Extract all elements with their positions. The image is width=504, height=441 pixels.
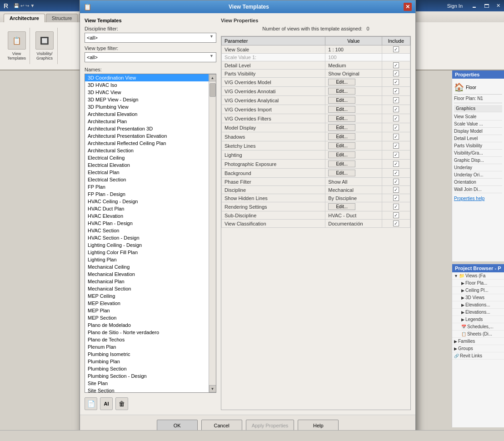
names-list-item[interactable]: Plumbing Section - Design [85, 372, 209, 380]
names-list-item[interactable]: MEP Plan [85, 307, 209, 314]
names-list-item[interactable]: 3D Plumbing View [85, 103, 209, 110]
tree-item-elevations2[interactable]: ▶ Elevations... [452, 309, 504, 316]
scroll-thumb[interactable] [210, 83, 216, 97]
include-checkbox[interactable] [393, 187, 399, 193]
edit-button[interactable]: Edit... [328, 133, 355, 140]
names-list-item[interactable]: Mechanical Section [85, 285, 209, 292]
edit-button[interactable]: Edit... [328, 151, 355, 158]
include-checkbox[interactable] [393, 152, 399, 158]
names-list-item[interactable]: Plano de Modelado [85, 321, 209, 329]
edit-button[interactable]: Edit... [328, 160, 355, 167]
names-list-item[interactable]: HVAC Section - Design [85, 234, 209, 241]
maximize-btn[interactable]: 🗖 [484, 3, 489, 9]
names-list-item[interactable]: Mechanical Ceiling [85, 263, 209, 271]
tree-item-revit-links[interactable]: 🔗 Revit Links [452, 352, 504, 360]
view-templates-icon[interactable]: 📋 [8, 31, 26, 50]
view-type-filter-select[interactable]: <all> [85, 52, 216, 62]
visibility-graphics-icon[interactable]: 🔲 [35, 31, 54, 50]
include-checkbox[interactable] [393, 195, 399, 201]
names-list-item[interactable]: Electrical Plan [85, 169, 209, 176]
tree-item-schedules[interactable]: 📅 Schedules,... [452, 323, 504, 331]
tree-item-sheets[interactable]: 📋 Sheets (Di... [452, 331, 504, 338]
names-list-item[interactable]: Mechanical Plan [85, 278, 209, 285]
names-list-item[interactable]: Architectural Reflected Ceiling Plan [85, 140, 209, 147]
tree-item-families[interactable]: ▶ Families [452, 338, 504, 345]
new-template-button[interactable]: 📄 [85, 397, 97, 410]
names-list-item[interactable]: MEP Elevation [85, 300, 209, 307]
names-list-item[interactable]: HVAC Ceiling - Design [85, 198, 209, 205]
names-list-item[interactable]: Electrical Elevation [85, 161, 209, 169]
include-checkbox[interactable] [393, 88, 399, 94]
tree-item-ceiling[interactable]: ▶ Ceiling Pl... [452, 287, 504, 294]
edit-button[interactable]: Edit... [328, 203, 355, 210]
names-list-item[interactable]: Electrical Section [85, 176, 209, 183]
names-list-item[interactable]: Electrical Ceiling [85, 154, 209, 161]
names-list-item[interactable]: Architectural Presentation 3D [85, 125, 209, 132]
names-list-item[interactable]: Plumbing Isometric [85, 351, 209, 358]
names-list-item[interactable]: Lighting Color Fill Plan [85, 249, 209, 256]
minimize-btn[interactable]: 🗕 [472, 3, 477, 9]
include-checkbox[interactable] [393, 170, 399, 176]
edit-button[interactable]: Edit... [328, 124, 355, 131]
include-checkbox[interactable] [393, 125, 399, 130]
tree-item-elevations1[interactable]: ▶ Elevations... [452, 301, 504, 309]
include-checkbox[interactable] [393, 115, 399, 121]
edit-button[interactable]: Edit... [328, 170, 355, 176]
dialog-close-button[interactable]: ✕ [404, 3, 412, 11]
names-list-item[interactable]: 3D HVAC View [85, 89, 209, 96]
names-list-item[interactable]: MEP Section [85, 314, 209, 321]
scroll-up-btn[interactable]: ▲ [209, 74, 216, 81]
discipline-filter-select[interactable]: <all> [85, 33, 216, 43]
names-list-item[interactable]: HVAC Plan - Design [85, 220, 209, 227]
names-list-item[interactable]: Site Section [85, 387, 209, 392]
include-checkbox[interactable] [393, 62, 399, 68]
tree-item-legends[interactable]: ▶ Legends [452, 316, 504, 323]
tab-architecture[interactable]: Architecture [4, 14, 45, 22]
names-list-item[interactable]: 3D MEP View - Design [85, 96, 209, 103]
include-checkbox[interactable] [393, 134, 399, 140]
names-list-item[interactable]: HVAC Elevation [85, 212, 209, 220]
edit-button[interactable]: Edit... [328, 106, 355, 113]
include-checkbox[interactable] [393, 143, 399, 149]
include-checkbox[interactable] [393, 161, 399, 167]
names-list-item[interactable]: Plenum Plan [85, 343, 209, 351]
names-list-item[interactable]: FP Plan - Design [85, 190, 209, 198]
tree-item-3d[interactable]: ▶ 3D Views [452, 294, 504, 301]
delete-template-button[interactable]: 🗑 [115, 397, 128, 410]
scroll-down-btn[interactable]: ▼ [209, 385, 216, 392]
edit-button[interactable]: Edit... [328, 79, 355, 85]
names-list-item[interactable]: HVAC Section [85, 227, 209, 234]
edit-button[interactable]: Edit... [328, 142, 355, 149]
include-checkbox[interactable] [393, 179, 399, 185]
include-checkbox[interactable] [393, 204, 399, 210]
names-list-item[interactable]: Site Plan [85, 380, 209, 387]
names-list-item[interactable]: Architectural Plan [85, 118, 209, 125]
names-list-item[interactable]: Plumbing Section [85, 365, 209, 372]
include-checkbox[interactable] [393, 79, 399, 85]
edit-button[interactable]: Edit... [328, 97, 355, 104]
names-list-item[interactable]: MEP Ceiling [85, 292, 209, 300]
include-checkbox[interactable] [393, 46, 399, 52]
names-list-item[interactable]: FP Plan [85, 183, 209, 190]
names-list-item[interactable]: Plano de Techos [85, 336, 209, 343]
tree-item-views[interactable]: ▼ 📁 Views (Fa [452, 272, 504, 280]
edit-button[interactable]: Edit... [328, 88, 355, 95]
names-list-item[interactable]: Mechanical Elevation [85, 271, 209, 278]
names-list-item[interactable]: Architectural Section [85, 147, 209, 154]
duplicate-template-button[interactable]: AI [100, 397, 113, 410]
tab-structure[interactable]: Structure [46, 14, 78, 22]
names-list-item[interactable]: Plumbing Plan [85, 358, 209, 365]
include-checkbox[interactable] [393, 70, 399, 76]
names-list-item[interactable]: HVAC Duct Plan [85, 205, 209, 212]
close-app-btn[interactable]: ✕ [496, 3, 500, 9]
sign-in-btn[interactable]: Sign In [447, 3, 463, 9]
properties-help-link[interactable]: Properties help [454, 196, 484, 201]
include-checkbox[interactable] [393, 106, 399, 112]
names-list-item[interactable]: Lighting Ceiling - Design [85, 241, 209, 249]
names-list-item[interactable]: 3D Coordination View [85, 74, 209, 81]
names-list-item[interactable]: Architectural Elevation [85, 110, 209, 118]
names-list-item[interactable]: Lighting Plan [85, 256, 209, 263]
include-checkbox[interactable] [393, 212, 399, 218]
tree-item-floor-plan[interactable]: ▶ Floor Pla... [452, 280, 504, 287]
edit-button[interactable]: Edit... [328, 115, 355, 122]
